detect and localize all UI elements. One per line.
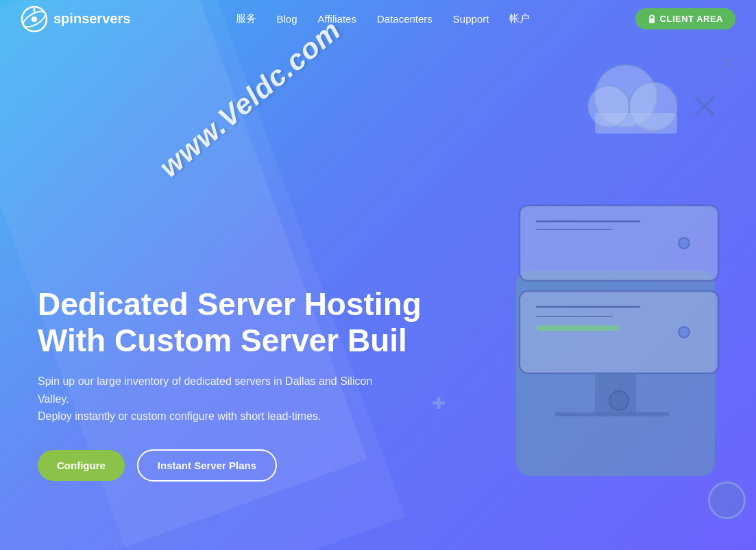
nav-menu: 服务 Blog Affiliates Datacenters Support 帐… [236, 12, 531, 25]
instant-plans-button[interactable]: Instant Server Plans [137, 449, 277, 482]
client-area-button[interactable]: CLIENT AREA [635, 8, 735, 29]
plus-decoration-2: ✚ [432, 394, 446, 413]
svg-point-2 [32, 16, 37, 22]
lock-icon [648, 14, 656, 24]
hero-section: spinservers 服务 Blog Affiliates Datacente… [0, 0, 756, 550]
hero-title: Dedicated Server Hosting With Custom Ser… [38, 286, 422, 359]
server-illustration [475, 38, 742, 517]
nav-item-services[interactable]: 服务 [236, 12, 256, 25]
logo-icon [21, 5, 48, 33]
nav-item-support[interactable]: Support [453, 13, 489, 25]
svg-rect-17 [537, 325, 619, 331]
watermark: www.Veldc.com [153, 14, 347, 184]
svg-point-21 [609, 391, 629, 410]
svg-point-13 [679, 238, 690, 249]
nav-item-blog[interactable]: Blog [277, 13, 297, 25]
nav-item-affiliates[interactable]: Affiliates [318, 13, 356, 25]
svg-rect-4 [649, 18, 655, 23]
nav-item-datacenters[interactable]: Datacenters [377, 13, 432, 25]
cloud-shape [588, 65, 677, 134]
svg-point-18 [679, 327, 690, 338]
svg-rect-8 [595, 113, 677, 134]
hero-buttons: Configure Instant Server Plans [38, 449, 422, 482]
hero-subtitle: Spin up our large inventory of dedicated… [38, 373, 380, 425]
logo[interactable]: spinservers [21, 5, 130, 33]
circle-decoration [708, 482, 746, 519]
logo-text: spinservers [53, 11, 130, 27]
navbar: spinservers 服务 Blog Affiliates Datacente… [0, 0, 756, 38]
hero-content: Dedicated Server Hosting With Custom Ser… [38, 286, 422, 482]
nav-item-account[interactable]: 帐户 [509, 12, 530, 25]
configure-button[interactable]: Configure [38, 450, 125, 481]
